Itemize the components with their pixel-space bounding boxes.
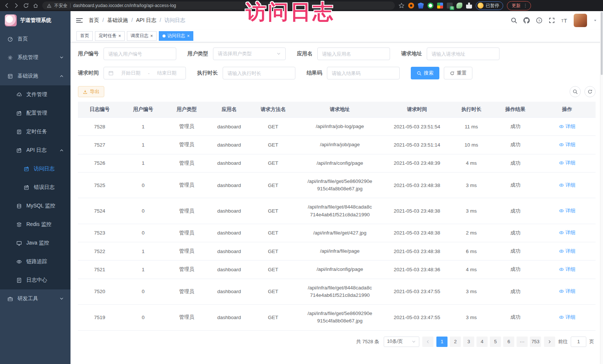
prev-page-button[interactable]	[422, 337, 433, 347]
page-number-button[interactable]: 3	[463, 337, 474, 347]
search-button[interactable]: 搜索	[411, 67, 439, 79]
sidebar-item[interactable]: API 日志	[0, 141, 71, 160]
page-size-select[interactable]: 10条/页	[384, 337, 419, 347]
browser-back-icon[interactable]	[4, 3, 10, 9]
detail-link[interactable]: 详细	[559, 229, 576, 236]
user-avatar[interactable]	[574, 14, 587, 27]
browser-home-icon[interactable]	[33, 3, 39, 9]
sidebar-item[interactable]: 日志中心	[0, 271, 71, 289]
page-tab[interactable]: 首页	[76, 31, 93, 41]
sidebar-item[interactable]: 访问日志	[0, 160, 71, 178]
request-url-input[interactable]	[432, 51, 495, 57]
column-header[interactable]: 操作	[539, 102, 596, 118]
user-id-input[interactable]	[108, 51, 171, 57]
sidebar-toggle-icon[interactable]	[76, 18, 83, 23]
page-tab[interactable]: 调度日志 ×	[127, 31, 157, 41]
detail-link[interactable]: 详细	[559, 314, 576, 321]
detail-link[interactable]: 详细	[559, 160, 576, 166]
sidebar-item[interactable]: MySQL 监控	[0, 197, 71, 215]
sidebar-item[interactable]: 定时任务	[0, 122, 71, 141]
page-number-button[interactable]: 6	[503, 337, 514, 347]
browser-forward-icon[interactable]	[13, 3, 19, 9]
breadcrumb-item[interactable]: 基础设施	[99, 17, 128, 24]
duration-input[interactable]	[227, 70, 291, 76]
sidebar-item[interactable]: 基础设施	[0, 67, 71, 85]
column-header[interactable]: 执行时长	[450, 102, 492, 118]
column-header[interactable]: 用户类型	[165, 102, 208, 118]
next-page-button[interactable]	[544, 337, 555, 347]
close-icon[interactable]: ×	[187, 34, 190, 38]
extension-icon-orange-ring[interactable]	[408, 3, 414, 9]
caret-down-icon[interactable]	[593, 18, 597, 23]
refresh-table-button[interactable]	[584, 86, 596, 97]
extensions-puzzle-icon[interactable]	[466, 3, 472, 9]
page-tab[interactable]: 定时任务 ×	[95, 31, 125, 41]
app-name-input[interactable]	[322, 51, 385, 57]
toggle-search-button[interactable]	[570, 86, 581, 97]
page-scrollbar[interactable]	[600, 11, 603, 364]
user-type-select[interactable]: 请选择用户类型	[213, 47, 286, 60]
detail-link[interactable]: 详细	[559, 123, 576, 130]
scrollbar-thumb[interactable]	[601, 12, 603, 75]
detail-link[interactable]: 详细	[559, 288, 576, 295]
sidebar-item[interactable]: 首页	[0, 30, 71, 48]
sidebar-item[interactable]: 研发工具	[0, 289, 71, 308]
result-code-input[interactable]	[332, 70, 395, 76]
detail-link[interactable]: 详细	[559, 207, 576, 214]
font-size-icon[interactable]: TT	[561, 17, 568, 24]
github-icon[interactable]	[523, 17, 530, 24]
profile-paused-pill[interactable]: 已暂停	[476, 1, 503, 10]
goto-page-input[interactable]	[571, 337, 586, 347]
filter-label: 应用名	[297, 50, 312, 57]
export-button[interactable]: 导出	[78, 86, 104, 97]
page-number-button[interactable]: 1	[436, 337, 448, 347]
sidebar-item[interactable]: 系统管理	[0, 48, 71, 67]
sidebar-item[interactable]: 配置管理	[0, 104, 71, 122]
close-icon[interactable]: ×	[150, 34, 153, 38]
close-icon[interactable]: ×	[118, 34, 121, 38]
fullscreen-icon[interactable]	[548, 17, 555, 24]
sidebar-item[interactable]: 链路追踪	[0, 252, 71, 271]
column-header[interactable]: 应用名	[209, 102, 250, 118]
column-header[interactable]: 操作结果	[492, 102, 539, 118]
breadcrumb-item[interactable]: 访问日志	[156, 17, 185, 24]
page-number-button[interactable]: 2	[450, 337, 461, 347]
breadcrumb-item[interactable]: 首页	[89, 17, 99, 24]
breadcrumb-item[interactable]: API 日志	[128, 17, 156, 24]
page-tab[interactable]: 访问日志 ×	[159, 31, 193, 41]
column-header[interactable]: 请求地址	[296, 102, 383, 118]
browser-menu-icon[interactable]: ⋮	[523, 3, 528, 8]
reset-button[interactable]: 重置	[444, 67, 472, 79]
page-number-button[interactable]: 5	[490, 337, 501, 347]
column-header[interactable]: 请求时间	[383, 102, 450, 118]
cell-request-url: /api/infra/config/page	[296, 154, 383, 172]
column-header[interactable]: 日志编号	[78, 102, 121, 118]
search-icon[interactable]	[511, 17, 517, 24]
cell-result: 成功	[492, 172, 539, 198]
browser-update-button[interactable]: 更新 ⋮	[507, 1, 531, 10]
sidebar-item[interactable]: Redis 监控	[0, 215, 71, 234]
column-header[interactable]: 请求方法名	[250, 102, 296, 118]
sidebar-item[interactable]: 文件管理	[0, 85, 71, 104]
detail-link[interactable]: 详细	[559, 248, 576, 255]
detail-link[interactable]: 详细	[559, 182, 576, 188]
bookmark-star-icon[interactable]	[399, 3, 404, 9]
column-header[interactable]: 用户编号	[121, 102, 165, 118]
detail-link[interactable]: 详细	[559, 141, 576, 148]
extension-icon-leaf[interactable]	[456, 3, 462, 9]
app-logo[interactable]: 芋道管理系统	[0, 11, 71, 30]
date-range-picker[interactable]: 开始日期 - 结束日期	[104, 67, 186, 79]
page-number-button[interactable]: 753	[530, 337, 541, 347]
detail-link[interactable]: 详细	[559, 266, 576, 273]
extension-icon-badged[interactable]: 萌	[447, 3, 453, 9]
sidebar-item[interactable]: Java 监控	[0, 234, 71, 252]
address-bar[interactable]: 不安全 dashboard.yudao.iocoder.cn/infra/log…	[42, 1, 395, 10]
extension-icon-color-grid[interactable]	[437, 3, 443, 9]
extension-icon-green-circle[interactable]	[427, 3, 433, 9]
page-number-button[interactable]: ···	[517, 337, 528, 347]
extension-icon-shield[interactable]	[418, 3, 424, 9]
sidebar-item[interactable]: 错误日志	[0, 178, 71, 197]
page-number-button[interactable]: 4	[476, 337, 488, 347]
docs-help-icon[interactable]: ?	[536, 17, 543, 24]
browser-reload-icon[interactable]	[23, 3, 29, 9]
